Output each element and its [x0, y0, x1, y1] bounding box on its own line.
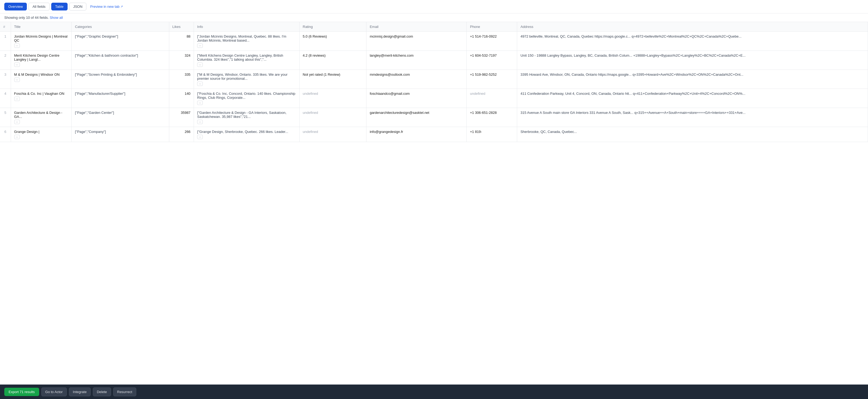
col-phone: Phone: [467, 22, 517, 32]
table-header-row: # Title Categories Likes Info Rating Ema…: [0, 22, 868, 32]
info-ellipsis-button[interactable]: ···: [197, 44, 203, 48]
cell-email: foschiaandco@gmail.com: [366, 89, 467, 108]
table-row: 2 Merit Kitchens Design Centre Langley |…: [0, 51, 868, 70]
col-address: Address: [517, 22, 868, 32]
preview-button[interactable]: Preview in new tab ↗: [90, 5, 123, 8]
cell-likes: 335: [169, 70, 194, 89]
cell-categories: ["Page","Garden Center"]: [72, 108, 169, 127]
cell-categories: ["Page","Graphic Designer"]: [72, 32, 169, 51]
table-row: 1 Jordan Mcinnis Designs | Montreal QC ·…: [0, 32, 868, 51]
cell-address: Sherbrooke, QC, Canada, Quebec...: [517, 127, 868, 142]
cell-info: ["Merit Kitchens Design Centre Langley, …: [194, 51, 299, 70]
cell-address: 411 Confederation Parkway, Unit 4, Conco…: [517, 89, 868, 108]
row-number: 3: [0, 70, 11, 89]
table-row: 3 M & M Designs | Windsor ON ··· ["Page"…: [0, 70, 868, 89]
cell-likes: 266: [169, 127, 194, 142]
row-number: 2: [0, 51, 11, 70]
cell-email: info@grangedesign.fr: [366, 127, 467, 142]
info-ellipsis-button[interactable]: ···: [197, 62, 203, 67]
json-button[interactable]: JSON: [69, 3, 87, 10]
ellipsis-button[interactable]: ···: [14, 97, 20, 101]
cell-email: langley@merit-kitchens.com: [366, 51, 467, 70]
cell-categories: ["Page","Company"]: [72, 127, 169, 142]
ellipsis-button[interactable]: ···: [14, 62, 20, 67]
row-number: 5: [0, 108, 11, 127]
overview-button[interactable]: Overview: [4, 3, 27, 10]
info-ellipsis-button[interactable]: ···: [197, 82, 203, 86]
col-hash: #: [0, 22, 11, 32]
cell-email: gardenarchitecturedesign@sasktel.net: [366, 108, 467, 127]
row-number: 4: [0, 89, 11, 108]
cell-title: Garden Architecture & Design - GA... ···: [11, 108, 72, 127]
external-link-icon: ↗: [120, 5, 123, 8]
data-table: # Title Categories Likes Info Rating Ema…: [0, 22, 868, 142]
table-row: 4 Foschia & Co. Inc | Vaughan ON ··· ["P…: [0, 89, 868, 108]
cell-title: Merit Kitchens Design Centre Langley | L…: [11, 51, 72, 70]
show-all-link[interactable]: Show all: [50, 16, 63, 20]
cell-info: ["Jordan Mcinnis Designs, Montreal, Queb…: [194, 32, 299, 51]
cell-address: 315 Avenue A South main store GA Interio…: [517, 108, 868, 127]
cell-rating: 5.0 (6 Reviews): [299, 32, 366, 51]
cell-categories: ["Page","Screen Printing & Embroidery"]: [72, 70, 169, 89]
cell-rating: 4.2 (8 reviews): [299, 51, 366, 70]
cell-email: mmdesigns@outlook.com: [366, 70, 467, 89]
cell-phone: +1 519-982-5252: [467, 70, 517, 89]
col-categories: Categories: [72, 22, 169, 32]
cell-address: 3395 Howard Ave, Windsor, ON, Canada, On…: [517, 70, 868, 89]
col-rating: Rating: [299, 22, 366, 32]
ellipsis-button[interactable]: ···: [14, 44, 20, 48]
cell-rating: Not yet rated (1 Review): [299, 70, 366, 89]
cell-phone: +1 514-716-0922: [467, 32, 517, 51]
toolbar: Overview All fields Table JSON Preview i…: [0, 0, 868, 13]
table-row: 6 Grange Design | ··· ["Page","Company"]…: [0, 127, 868, 142]
cell-info: ["M & M Designs, Windsor, Ontario. 335 l…: [194, 70, 299, 89]
table-row: 5 Garden Architecture & Design - GA... ·…: [0, 108, 868, 127]
table-button[interactable]: Table: [51, 3, 68, 10]
cell-phone: +1 819-: [467, 127, 517, 142]
cell-likes: 140: [169, 89, 194, 108]
info-ellipsis-button[interactable]: ···: [197, 135, 203, 139]
cell-info: ["Foschia & Co. Inc, Concord, Ontario. 1…: [194, 89, 299, 108]
ellipsis-button[interactable]: ···: [14, 78, 20, 82]
ellipsis-button[interactable]: ···: [14, 135, 20, 139]
row-number: 1: [0, 32, 11, 51]
cell-categories: ["Page","Manufacturer/Supplier"]: [72, 89, 169, 108]
cell-categories: ["Page","Kitchen & bathroom contractor"]: [72, 51, 169, 70]
cell-likes: 88: [169, 32, 194, 51]
cell-title: M & M Designs | Windsor ON ···: [11, 70, 72, 89]
col-likes: Likes: [169, 22, 194, 32]
info-ellipsis-button[interactable]: ···: [197, 120, 203, 124]
cell-title: Grange Design | ···: [11, 127, 72, 142]
cell-email: mcinnisj.design@gmail.com: [366, 32, 467, 51]
info-ellipsis-button[interactable]: ···: [197, 101, 203, 105]
cell-rating: undefined: [299, 89, 366, 108]
all-fields-button[interactable]: All fields: [28, 3, 49, 10]
cell-info: ["Garden Architecture & Design - GA Inte…: [194, 108, 299, 127]
col-info: Info: [194, 22, 299, 32]
cell-rating: undefined: [299, 127, 366, 142]
cell-info: ["Grange Design, Sherbrooke, Quebec. 266…: [194, 127, 299, 142]
col-email: Email: [366, 22, 467, 32]
row-number: 6: [0, 127, 11, 142]
cell-phone: undefined: [467, 89, 517, 108]
cell-phone: +1 604-532-7197: [467, 51, 517, 70]
cell-address: 4972 belleville, Montreal, QC, Canada, Q…: [517, 32, 868, 51]
cell-address: Unit 150 - 19888 Langley Bypass, Langley…: [517, 51, 868, 70]
cell-likes: 324: [169, 51, 194, 70]
cell-phone: +1 306-651-2828: [467, 108, 517, 127]
table-wrapper: # Title Categories Likes Info Rating Ema…: [0, 22, 868, 142]
cell-title: Jordan Mcinnis Designs | Montreal QC ···: [11, 32, 72, 51]
col-title: Title: [11, 22, 72, 32]
ellipsis-button[interactable]: ···: [14, 120, 20, 124]
cell-rating: undefined: [299, 108, 366, 127]
showing-info: Showing only 10 of 44 fields. Show all: [0, 13, 868, 22]
cell-likes: 35987: [169, 108, 194, 127]
cell-title: Foschia & Co. Inc | Vaughan ON ···: [11, 89, 72, 108]
